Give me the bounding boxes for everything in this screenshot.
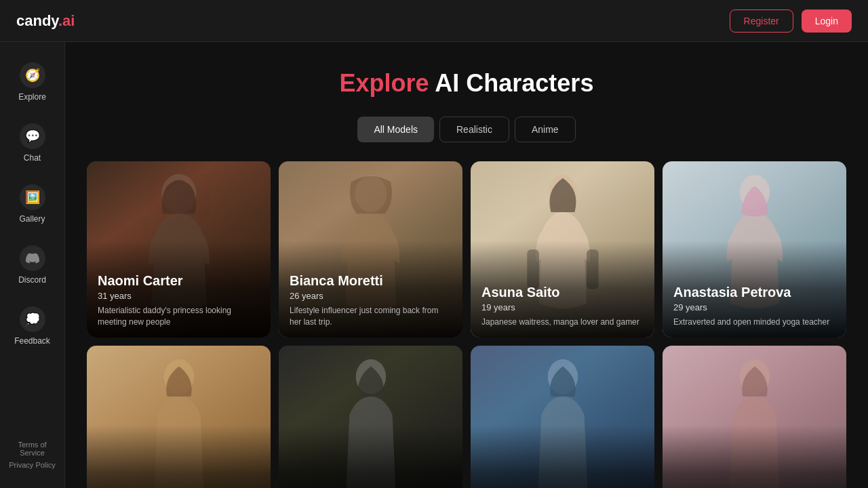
card-info-asuna: Asuna Saito 19 years Japanese waitress, … [471,275,654,338]
character-age-asuna: 19 years [481,302,644,312]
logo-candy: candy [16,12,58,29]
sidebar-nav: 🧭 Explore 💬 Chat 🖼️ Gallery Discord 💭 Fe… [0,53,64,355]
character-card-asuna[interactable]: Asuna Saito 19 years Japanese waitress, … [471,161,654,338]
logo[interactable]: candy.ai [16,12,75,30]
sidebar: 🧭 Explore 💬 Chat 🖼️ Gallery Discord 💭 Fe… [0,42,65,488]
main-content: Explore AI Characters All Models Realist… [65,42,868,488]
character-desc-naomi: Materialistic daddy's princess looking m… [98,305,260,328]
card-info-anastasia: Anastasia Petrova 29 years Extraverted a… [663,275,846,338]
character-desc-asuna: Japanese waitress, manga lover and gamer [481,317,644,328]
sidebar-item-gallery[interactable]: 🖼️ Gallery [5,175,60,233]
sidebar-label-feedback: Feedback [14,336,50,346]
register-button[interactable]: Register [730,9,793,33]
filter-tabs: All Models Realistic Anime [87,117,846,142]
character-desc-bianca: Lifestyle influencer just coming back fr… [290,305,452,328]
page-title: Explore AI Characters [87,69,846,98]
filter-anime[interactable]: Anime [515,117,576,142]
character-name-asuna: Asuna Saito [481,285,644,300]
character-name-bianca: Bianca Moretti [290,273,452,289]
sidebar-item-chat[interactable]: 💬 Chat [5,114,60,172]
terms-link[interactable]: Terms ofService [18,441,46,457]
character-card-8[interactable] [663,346,846,488]
character-name-naomi: Naomi Carter [98,273,260,289]
privacy-link[interactable]: Privacy Policy [9,461,55,469]
character-card-naomi[interactable]: Naomi Carter 31 years Materialistic dadd… [87,161,271,338]
character-card-bianca[interactable]: Bianca Moretti 26 years Lifestyle influe… [279,161,462,338]
discord-icon [20,245,45,271]
header: candy.ai Register Login [0,0,868,42]
sidebar-label-explore: Explore [18,92,46,102]
feedback-icon: 💭 [20,306,45,332]
character-age-bianca: 26 years [290,291,452,301]
page-title-highlight: Explore [340,69,429,97]
sidebar-label-chat: Chat [24,153,41,163]
character-age-naomi: 31 years [98,291,260,301]
card-info-bianca: Bianca Moretti 26 years Lifestyle influe… [279,264,462,338]
character-card-5[interactable] [87,346,271,488]
character-card-7[interactable] [471,346,654,488]
character-grid-row2 [87,346,846,488]
explore-icon: 🧭 [20,62,45,88]
page-title-rest: AI Characters [429,69,594,97]
sidebar-item-discord[interactable]: Discord [5,236,60,294]
layout: 🧭 Explore 💬 Chat 🖼️ Gallery Discord 💭 Fe… [0,42,868,488]
login-button[interactable]: Login [802,9,852,33]
character-name-anastasia: Anastasia Petrova [673,285,835,300]
character-card-anastasia[interactable]: Anastasia Petrova 29 years Extraverted a… [663,161,846,338]
header-actions: Register Login [730,9,852,33]
sidebar-item-explore[interactable]: 🧭 Explore [5,53,60,111]
sidebar-footer: Terms ofService Privacy Policy [9,432,55,477]
sidebar-label-discord: Discord [18,275,46,285]
gallery-icon: 🖼️ [20,184,45,210]
chat-icon: 💬 [20,123,45,149]
filter-realistic[interactable]: Realistic [439,117,509,142]
character-card-6[interactable] [279,346,462,488]
sidebar-item-feedback[interactable]: 💭 Feedback [5,297,60,355]
character-age-anastasia: 29 years [673,302,835,312]
logo-dotai: .ai [58,12,75,29]
filter-all-models[interactable]: All Models [357,117,434,142]
character-desc-anastasia: Extraverted and open minded yoga teacher [673,317,835,328]
sidebar-label-gallery: Gallery [19,214,45,224]
card-info-naomi: Naomi Carter 31 years Materialistic dadd… [87,264,271,338]
character-grid: Naomi Carter 31 years Materialistic dadd… [87,161,846,338]
